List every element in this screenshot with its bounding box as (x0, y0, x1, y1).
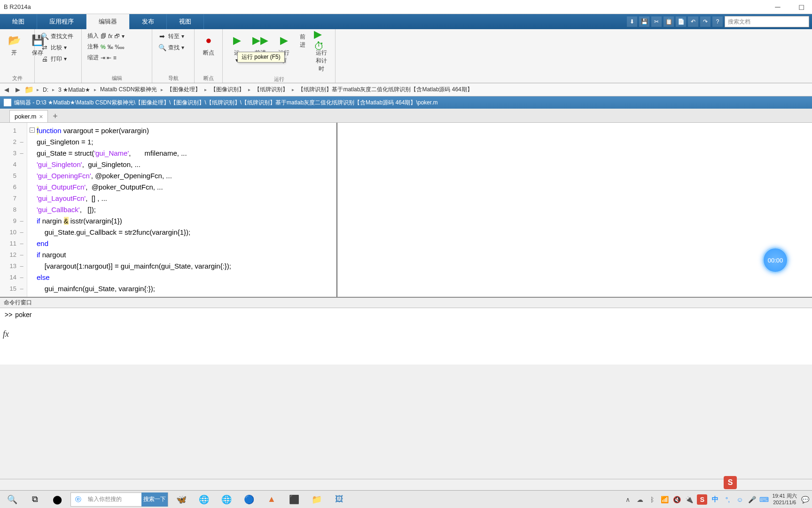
paste-icon[interactable]: 📄 (676, 16, 686, 27)
cmd-prompt-symbol: >> (5, 311, 12, 318)
path-bar: ◀ ▶ 📁 ▸ D:▸ 3 ★Matlab★▸ Matalb CSDN紫极神光▸… (0, 83, 812, 96)
compare-button[interactable]: ⇄比较 ▾ (39, 42, 75, 53)
file-tab-poker[interactable]: poker.m × (9, 110, 48, 122)
ie-icon: ⓔ (71, 495, 85, 504)
system-tray: ∧ ☁ ᛒ 📶 🔇 🔌 S 中 °, ☺ 🎤 ⌨ 19:41 周六 2021/1… (624, 493, 809, 505)
run-time-icon: ▶⏱ (314, 33, 329, 48)
matlab-icon[interactable]: ▲ (262, 492, 281, 507)
ime-sogou-icon[interactable]: S (724, 476, 737, 489)
path-seg-0[interactable]: D: (42, 87, 49, 93)
wifi-icon[interactable]: 📶 (660, 495, 669, 504)
code-content[interactable]: function varargout = poker(varargin)gui_… (37, 123, 337, 297)
obs-icon[interactable]: ⬤ (48, 492, 67, 507)
print-button[interactable]: 🖨打印 ▾ (39, 54, 75, 64)
group-bp-label: 断点 (198, 74, 219, 82)
path-seg-4[interactable]: 【图像识别】 (210, 86, 245, 94)
goto-button[interactable]: ➡转至 ▾ (156, 31, 186, 41)
photos-icon[interactable]: 🖼 (330, 492, 349, 507)
edge-icon[interactable]: 🌐 (217, 492, 236, 507)
fold-column: − (27, 123, 37, 297)
status-bar (0, 479, 812, 490)
onedrive-icon[interactable]: ☁ (636, 495, 644, 504)
search-docs-input[interactable]: 搜索文档 (725, 16, 809, 27)
ime-punct-icon[interactable]: °, (723, 495, 732, 504)
breakpoint-button[interactable]: ●断点 (198, 31, 219, 59)
tab-apps[interactable]: 应用程序 (37, 14, 86, 29)
battery-icon[interactable]: 🔌 (685, 495, 693, 504)
ime-mic-icon[interactable]: 🎤 (748, 495, 756, 504)
path-seg-3[interactable]: 【图像处理】 (166, 86, 202, 94)
group-nav-label: 导航 (156, 74, 190, 82)
undo-icon[interactable]: ↶ (688, 16, 698, 27)
group-run-label: 运行 (226, 75, 331, 83)
tab-plot[interactable]: 绘图 (0, 14, 37, 29)
indent-button[interactable]: 缩进 ⇥ ⇤ ≡ (86, 53, 126, 63)
find-icon: 🔍 (158, 43, 166, 52)
taskbar-search-button[interactable]: 搜索一下 (141, 492, 168, 507)
path-back-icon[interactable]: ◀ (2, 85, 11, 95)
help-icon[interactable]: ? (712, 16, 723, 27)
add-tab-button[interactable]: + (49, 110, 61, 122)
path-seg-5[interactable]: 【纸牌识别】 (253, 86, 289, 94)
open-button[interactable]: 📂开 (4, 31, 24, 59)
quick-btn-1[interactable]: ⬇ (627, 16, 637, 27)
path-fwd-icon[interactable]: ▶ (13, 85, 23, 95)
app-icon-1[interactable]: 🦋 (172, 492, 191, 507)
timer-badge[interactable]: 00:00 (762, 247, 789, 273)
tray-up-icon[interactable]: ∧ (624, 495, 632, 504)
editor-whitespace (337, 123, 812, 297)
advance-button[interactable]: 前进 (297, 31, 308, 51)
tab-publish[interactable]: 发布 (130, 14, 167, 29)
browser-icon[interactable]: 🔵 (240, 492, 258, 507)
cmd-text: poker (15, 311, 31, 318)
chrome-icon[interactable]: 🌐 (195, 492, 213, 507)
chevron-right-icon: ▸ (36, 87, 40, 92)
open-icon: 📂 (7, 33, 22, 48)
run-time-button[interactable]: ▶⏱运行和计时 (311, 31, 332, 75)
notifications-icon[interactable]: 💬 (801, 495, 809, 504)
command-window[interactable]: >> poker (0, 308, 812, 365)
path-seg-1[interactable]: 3 ★Matlab★ (57, 87, 91, 93)
minimize-button[interactable]: ─ (771, 2, 785, 12)
save-icon[interactable]: 💾 (639, 16, 649, 27)
ime-zh-label[interactable]: 中 (711, 495, 719, 504)
file-tabs: poker.m × + (0, 109, 812, 123)
fx-icon[interactable]: fx (3, 329, 9, 339)
close-tab-icon[interactable]: × (39, 113, 43, 120)
insert-button[interactable]: 插入 🗐 fx 🗗 ▾ (86, 31, 126, 41)
comment-button[interactable]: 注释 % ‰ ‱ (86, 42, 126, 52)
ime-keyboard-icon[interactable]: ⌨ (760, 495, 768, 504)
title-bar: B R2014a ─ ◻ (0, 0, 812, 14)
cut-icon[interactable]: ✂ (651, 16, 662, 27)
tray-clock[interactable]: 19:41 周六 2021/11/6 (772, 493, 797, 505)
search-docs-placeholder: 搜索文档 (728, 18, 750, 26)
path-seg-2[interactable]: Matalb CSDN紫极神光 (99, 86, 158, 94)
task-view-icon[interactable]: ⧉ (25, 492, 44, 507)
editor-title-bar: 编辑器 - D:\3 ★Matlab★\Matalb CSDN紫极神光\【图像处… (0, 96, 812, 109)
search-task-icon[interactable]: 🔍 (3, 492, 22, 507)
find-button[interactable]: 🔍查找 ▾ (156, 42, 186, 53)
ime-s-icon[interactable]: S (697, 494, 707, 505)
path-seg-6[interactable]: 【纸牌识别】基于matlab灰度二值化纸牌识别【含Matlab源码 464期】 (297, 86, 473, 94)
run-icon: ▶ (229, 33, 244, 48)
folder-icon[interactable]: 📁 (24, 85, 34, 95)
taskbar-search-placeholder: 输入你想搜的 (85, 495, 141, 503)
volume-icon[interactable]: 🔇 (672, 495, 681, 504)
tab-editor[interactable]: 编辑器 (86, 14, 130, 29)
ime-face-icon[interactable]: ☺ (735, 495, 744, 504)
find-files-button[interactable]: 🔍查找文件 (39, 31, 75, 41)
maximize-button[interactable]: ◻ (794, 2, 808, 12)
group-edit-label: 编辑 (86, 74, 148, 82)
tab-view[interactable]: 视图 (167, 14, 204, 29)
code-editor[interactable]: 12–3–456789–10–11–12–13–14–15– − functio… (0, 123, 812, 297)
redo-icon[interactable]: ↷ (700, 16, 710, 27)
print-icon: 🖨 (40, 55, 49, 63)
app-icon-2[interactable]: ⬛ (285, 492, 304, 507)
copy-icon[interactable]: 📋 (664, 16, 674, 27)
explorer-icon[interactable]: 📁 (307, 492, 326, 507)
ribbon-body: 📂开 💾保存 文件 🔍查找文件 ⇄比较 ▾ 🖨打印 ▾ 插入 🗐 fx 🗗 ▾ … (0, 29, 812, 83)
editor-path: 编辑器 - D:\3 ★Matlab★\Matalb CSDN紫极神光\【图像处… (14, 99, 437, 107)
taskbar-search[interactable]: ⓔ 输入你想搜的 搜索一下 (70, 492, 168, 507)
bluetooth-icon[interactable]: ᛒ (648, 495, 656, 504)
line-gutter: 12–3–456789–10–11–12–13–14–15– (0, 123, 27, 297)
